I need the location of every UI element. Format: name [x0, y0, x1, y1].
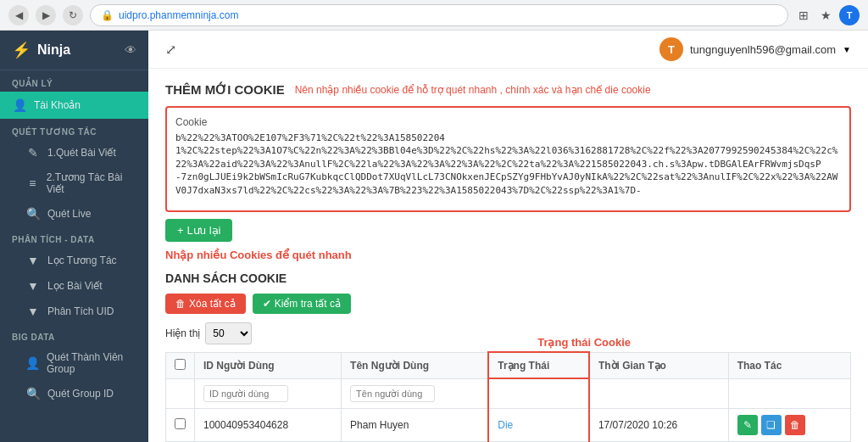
filter2-icon: ▼ [25, 279, 41, 293]
row-name: Pham Huyen [342, 408, 489, 441]
sidebar-item-loc-bai-viet[interactable]: ▼ Lọc Bài Viết [0, 273, 148, 299]
sidebar-logo: ⚡ Ninja 👁 [0, 31, 148, 70]
forward-button[interactable]: ▶ [36, 5, 56, 25]
bookmark-icon[interactable]: ★ [817, 7, 834, 24]
group-icon: 👤 [25, 356, 40, 370]
user-icon: 👤 [12, 98, 27, 112]
sidebar-item-label: Quét Live [47, 208, 91, 220]
copy-button[interactable]: ❏ [761, 415, 782, 435]
section-label-quan-ly: QUẢN LÝ [0, 70, 148, 92]
sidebar-item-phan-tich-uid[interactable]: ▼ Phân Tích UID [0, 299, 148, 324]
check-all-button[interactable]: ✔ Kiểm tra tất cả [253, 294, 351, 314]
col-action: Thao Tác [728, 352, 850, 378]
save-icon: + [177, 224, 184, 237]
sidebar-item-label: Phân Tích UID [47, 305, 114, 317]
delete-all-button[interactable]: 🗑 Xóa tất cả [165, 294, 246, 314]
browser-actions: ⊞ ★ T [795, 5, 860, 25]
url-text: uidpro.phanmemninja.com [119, 9, 238, 21]
top-bar-left: ⤢ [165, 42, 176, 58]
row-checkbox-col [166, 408, 195, 441]
list-actions: 🗑 Xóa tất cả ✔ Kiểm tra tất cả [165, 294, 851, 314]
add-cookie-note: Nên nhập nhiều cookie để hỗ trợ quét nha… [295, 84, 651, 96]
sidebar-item-quet-thanh-vien[interactable]: 👤 Quét Thành Viên Group [0, 345, 148, 381]
trash-icon: 🗑 [175, 298, 186, 310]
show-select[interactable]: 10 25 50 100 [205, 322, 252, 344]
col-id: ID Người Dùng [195, 352, 342, 378]
list-section-title: DANH SÁCH COOKIE [165, 271, 851, 285]
filter-name-input[interactable] [350, 385, 435, 402]
show-label: Hiện thị [165, 327, 200, 339]
user-avatar: T [659, 37, 683, 61]
back-button[interactable]: ◀ [8, 5, 29, 25]
filter-id-col [195, 378, 342, 408]
section-label-phan-tich: PHÂN TÍCH - DATA [0, 227, 148, 248]
filter-checkbox-col [166, 378, 195, 408]
filter-id-input[interactable] [203, 385, 288, 402]
sidebar-item-loc-tuong-tac[interactable]: ▼ Lọc Tương Tác [0, 248, 148, 273]
eye-icon[interactable]: 👁 [125, 43, 136, 57]
dropdown-icon[interactable]: ▼ [843, 45, 851, 54]
sidebar-item-quet-group-id[interactable]: 🔍 Quét Group ID [0, 381, 148, 406]
hint-text: Nhập nhiều Cookies để quét nhanh [165, 249, 851, 261]
sidebar-item-label: Lọc Bài Viết [47, 280, 102, 292]
sidebar-item-label: 1.Quét Bài Viết [47, 147, 116, 159]
edit-icon: ✎ [25, 146, 41, 159]
col-time: Thời Gian Tạo [589, 352, 728, 378]
col-checkbox [166, 352, 195, 378]
expand-icon[interactable]: ⤢ [165, 42, 176, 58]
cookie-label: Cookie [175, 116, 841, 128]
action-buttons: ✎ ❏ 🗑 [737, 415, 842, 435]
save-button[interactable]: + Lưu lại [165, 219, 232, 242]
section-label-quet: QUÉT TƯƠNG TÁC [0, 119, 148, 140]
cookie-textarea[interactable] [175, 131, 841, 199]
sidebar-item-quet-live[interactable]: 🔍 Quét Live [0, 201, 148, 227]
section-label-big-data: BIG DATA [0, 324, 148, 345]
browser-user-avatar[interactable]: T [839, 5, 860, 25]
refresh-button[interactable]: ↻ [63, 5, 83, 25]
check-all-label: Kiểm tra tất cả [275, 298, 341, 310]
row-actions: ✎ ❏ 🗑 [728, 408, 850, 441]
cookie-table: ID Người Dùng Tên Người Dùng Trạng Thái … [165, 351, 851, 442]
content-area: THÊM MỚI COOKIE Nên nhập nhiều cookie để… [148, 69, 868, 442]
row-status: Die [488, 408, 589, 441]
sidebar-item-tai-khoan[interactable]: 👤 Tài Khoản [0, 92, 148, 119]
col-status: Trạng Thái [488, 352, 589, 378]
logo-text: Ninja [37, 42, 70, 58]
col-name: Tên Người Dùng [342, 352, 489, 378]
sidebar: ⚡ Ninja 👁 QUẢN LÝ 👤 Tài Khoản QUÉT TƯƠNG… [0, 31, 148, 442]
select-all-checkbox[interactable] [175, 359, 186, 370]
filter-status-col [488, 378, 589, 408]
user-email: tungnguyenlh596@gmail.com [690, 43, 836, 56]
url-bar[interactable]: 🔒 uidpro.phanmemninja.com [90, 4, 788, 26]
sidebar-item-quet-bai-viet[interactable]: ✎ 1.Quét Bài Viết [0, 140, 148, 165]
delete-button[interactable]: 🗑 [785, 415, 805, 435]
sidebar-item-label: Quét Thành Viên Group [47, 351, 136, 375]
edit-button[interactable]: ✎ [737, 415, 758, 435]
cookie-input-box: Cookie [165, 106, 851, 212]
sidebar-item-label: Quét Group ID [47, 388, 114, 400]
browser-bar: ◀ ▶ ↻ 🔒 uidpro.phanmemninja.com ⊞ ★ T [0, 0, 868, 31]
filter-time-col [589, 378, 728, 408]
search-icon: 🔍 [25, 207, 41, 221]
row-time: 17/07/2020 10:26 [589, 408, 728, 441]
sidebar-item-label: Tài Khoản [34, 99, 81, 111]
sidebar-item-label: Lọc Tương Tác [47, 255, 117, 266]
delete-all-label: Xóa tất cả [189, 298, 236, 310]
add-cookie-title: THÊM MỚI COOKIE [165, 82, 285, 98]
main-content: ⤢ T tungnguyenlh596@gmail.com ▼ THÊM MỚI… [148, 31, 868, 442]
list-icon: ≡ [25, 176, 40, 190]
app-container: ⚡ Ninja 👁 QUẢN LÝ 👤 Tài Khoản QUÉT TƯƠNG… [0, 31, 868, 442]
table-row: 100040953404628 Pham Huyen Die 17/07/202… [166, 408, 851, 441]
search2-icon: 🔍 [25, 387, 41, 400]
filter-action-col [728, 378, 850, 408]
extensions-icon[interactable]: ⊞ [795, 7, 812, 24]
top-bar: ⤢ T tungnguyenlh596@gmail.com ▼ [148, 31, 868, 69]
row-id: 100040953404628 [195, 408, 342, 441]
save-label: Lưu lại [187, 224, 221, 237]
filter-name-col [342, 378, 489, 408]
top-bar-right: T tungnguyenlh596@gmail.com ▼ [659, 37, 851, 61]
sidebar-item-tuong-tac[interactable]: ≡ 2.Tương Tác Bài Viết [0, 165, 148, 201]
row-checkbox[interactable] [175, 418, 186, 429]
sidebar-item-label: 2.Tương Tác Bài Viết [47, 171, 136, 195]
show-count-row: Hiện thị 10 25 50 100 [165, 322, 851, 344]
